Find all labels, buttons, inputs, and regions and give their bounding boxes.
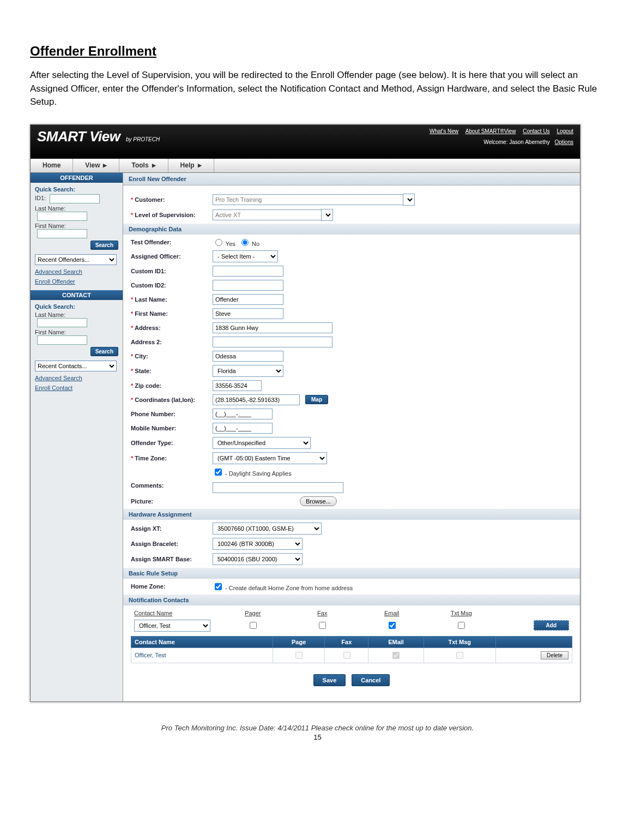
row-officer-name: Officer, Test xyxy=(131,647,273,663)
no-text: No xyxy=(252,241,259,247)
row-fax-cb xyxy=(343,652,350,659)
assign-br-select[interactable]: 100246 (BTR 3000B) xyxy=(213,538,303,550)
test-yes-radio[interactable]: Yes xyxy=(213,237,235,247)
menu-home[interactable]: Home xyxy=(31,159,73,172)
otype-select[interactable]: Other/Unspecified xyxy=(213,437,311,449)
state-select[interactable]: Florida xyxy=(213,365,283,377)
menu-tools-label: Tools xyxy=(131,161,148,169)
menu-view[interactable]: View▶ xyxy=(73,159,119,172)
fname-input[interactable] xyxy=(213,308,283,319)
hdr-name: Contact Name xyxy=(131,636,273,647)
c-firstname-input[interactable] xyxy=(37,335,87,345)
city-input[interactable] xyxy=(213,351,283,362)
options-link[interactable]: Options xyxy=(555,139,573,145)
recent-contacts-select[interactable]: Recent Contacts... xyxy=(35,361,117,371)
application-window: SMART View by PROTECH What's New About S… xyxy=(30,124,580,702)
delete-button[interactable]: Delete xyxy=(541,651,569,659)
tz-select[interactable]: (GMT -05:00) Eastern Time xyxy=(213,452,327,464)
home-zone-checkbox[interactable]: - Create default Home Zone from home add… xyxy=(213,581,353,592)
los-label: Level of Supervision: xyxy=(131,212,213,218)
firstname-input[interactable] xyxy=(37,229,87,238)
page-number: 15 xyxy=(30,733,605,741)
sidebar: OFFENDER Quick Search: ID1: Last Name: F… xyxy=(31,173,123,701)
officer-select[interactable]: Officer, Test xyxy=(134,620,210,632)
c-lastname-input[interactable] xyxy=(37,318,87,327)
hdr-email: EMail xyxy=(368,636,424,647)
add-button[interactable]: Add xyxy=(534,620,569,631)
link-logout[interactable]: Logout xyxy=(557,128,573,134)
header-links: What's New About SMART®View Contact Us L… xyxy=(424,128,573,134)
comments-textarea[interactable] xyxy=(213,482,343,493)
zip-label: Zip code: xyxy=(131,382,213,389)
add-pager-cb[interactable] xyxy=(250,622,257,629)
enroll-contact-link[interactable]: Enroll Contact xyxy=(35,385,118,391)
lastname-input[interactable] xyxy=(37,212,87,221)
assign-sb-select[interactable]: 50400016 (SBU 2000) xyxy=(213,553,303,565)
assigned-officer-select[interactable]: - Select Item - xyxy=(213,250,278,262)
addr2-input[interactable] xyxy=(213,337,332,347)
customer-dropdown[interactable] xyxy=(403,194,415,206)
assign-xt-label: Assign XT: xyxy=(131,525,213,532)
enroll-offender-link[interactable]: Enroll Offender xyxy=(35,278,118,285)
menu-help[interactable]: Help▶ xyxy=(168,159,214,172)
add-txt-cb[interactable] xyxy=(458,622,465,629)
addr-input[interactable] xyxy=(213,322,332,333)
assign-br-label: Assign Bracelet: xyxy=(131,541,213,547)
welcome-label: Welcome: Jason Abernethy xyxy=(483,139,550,145)
lname-input[interactable] xyxy=(213,294,283,305)
phone-input[interactable] xyxy=(213,409,273,419)
custom-id1-input[interactable] xyxy=(213,266,283,277)
custom-id2-input[interactable] xyxy=(213,280,283,291)
dst-text: - Daylight Saving Applies xyxy=(223,470,292,477)
lastname-label: Last Name: xyxy=(35,205,65,212)
browse-button[interactable]: Browse... xyxy=(300,496,337,506)
hdr-fax: Fax xyxy=(325,636,368,647)
advanced-search-link[interactable]: Advanced Search xyxy=(35,268,118,275)
sidebar-offender-header: OFFENDER xyxy=(31,173,123,183)
id1-input[interactable] xyxy=(50,194,100,203)
menu-tools[interactable]: Tools▶ xyxy=(119,159,168,172)
assign-xt-select[interactable]: 35007660 (XT1000, GSM-E) xyxy=(213,523,322,535)
page-footer: Pro Tech Monitoring Inc. Issue Date: 4/1… xyxy=(30,724,605,732)
table-row: Officer, Test Delete xyxy=(131,647,572,663)
recent-offenders-select[interactable]: Recent Offenders... xyxy=(35,254,117,265)
coord-input[interactable] xyxy=(213,394,300,405)
section-rule: Basic Rule Setup xyxy=(123,568,580,579)
los-dropdown[interactable] xyxy=(321,209,333,221)
add-email-cb[interactable] xyxy=(389,622,396,629)
col-name: Contact Name xyxy=(131,609,218,617)
yes-text: Yes xyxy=(226,241,235,247)
offender-search-button[interactable]: Search xyxy=(90,241,118,250)
chevron-right-icon: ▶ xyxy=(152,163,156,168)
chevron-right-icon: ▶ xyxy=(103,163,107,168)
otype-label: Offender Type: xyxy=(131,440,213,446)
test-no-radio[interactable]: No xyxy=(239,237,259,247)
section-hardware: Hardware Assignment xyxy=(123,509,580,520)
coord-label: Coordinates (lat,lon): xyxy=(131,397,213,403)
link-whats-new[interactable]: What's New xyxy=(430,128,458,134)
hdr-txt: Txt Msg xyxy=(424,636,495,647)
firstname-label: First Name: xyxy=(35,223,66,229)
app-header-bar: SMART View by PROTECH What's New About S… xyxy=(31,125,580,159)
map-button[interactable]: Map xyxy=(305,395,328,404)
cancel-button[interactable]: Cancel xyxy=(352,674,390,686)
save-button[interactable]: Save xyxy=(313,674,346,686)
contact-search-button[interactable]: Search xyxy=(90,347,118,356)
link-contact[interactable]: Contact Us xyxy=(523,128,549,134)
lname-label: Last Name: xyxy=(131,296,213,303)
mobile-input[interactable] xyxy=(213,423,273,434)
dst-checkbox[interactable]: - Daylight Saving Applies xyxy=(213,470,292,477)
c-adv-search-link[interactable]: Advanced Search xyxy=(35,375,118,381)
assign-sb-label: Assign SMART Base: xyxy=(131,556,213,562)
zip-input[interactable] xyxy=(213,380,262,391)
link-about[interactable]: About SMART®View xyxy=(465,128,516,134)
doc-heading: Offender Enrollment xyxy=(30,44,605,59)
addr2-label: Address 2: xyxy=(131,339,213,345)
comments-label: Comments: xyxy=(131,482,213,489)
add-fax-cb[interactable] xyxy=(319,622,326,629)
customer-field xyxy=(213,194,403,205)
mobile-label: Mobile Number: xyxy=(131,425,213,431)
c-lastname-label: Last Name: xyxy=(35,311,65,318)
state-label: State: xyxy=(131,368,213,374)
id1-label: ID1: xyxy=(35,195,46,201)
